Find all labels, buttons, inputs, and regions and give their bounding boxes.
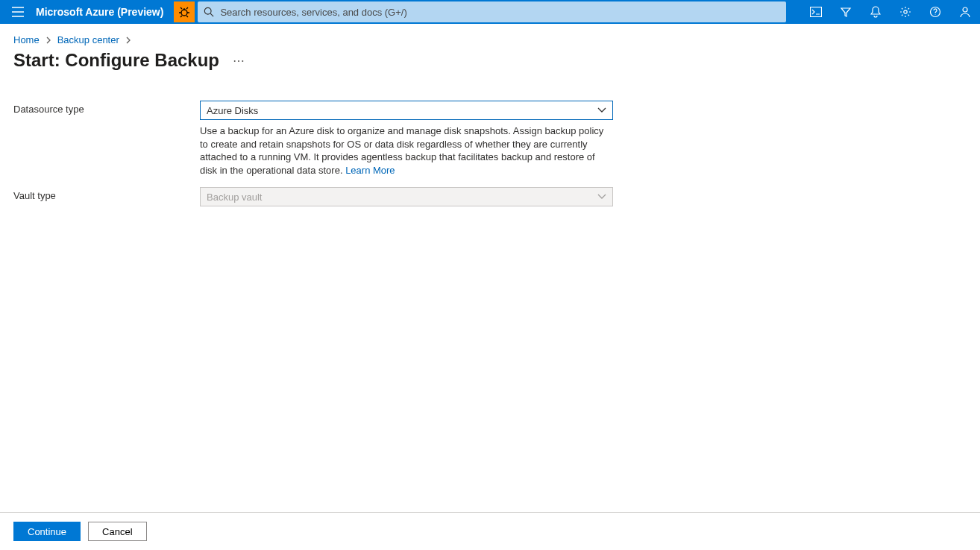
breadcrumb: Home Backup center (13, 34, 967, 45)
vault-type-value: Backup vault (207, 192, 262, 203)
datasource-row: Datasource type Azure Disks Use a backup… (13, 101, 967, 177)
settings-button[interactable] (891, 0, 920, 24)
page-title-row: Start: Configure Backup ⋯ (13, 50, 967, 71)
breadcrumb-home[interactable]: Home (13, 34, 40, 45)
chevron-right-icon (125, 37, 131, 44)
learn-more-link[interactable]: Learn More (345, 165, 395, 176)
datasource-label: Datasource type (13, 101, 200, 115)
help-icon (929, 6, 941, 18)
breadcrumb-backup-center[interactable]: Backup center (57, 34, 119, 45)
feedback-button[interactable] (950, 0, 980, 24)
svg-rect-2 (811, 7, 822, 17)
hamburger-icon (12, 7, 24, 17)
page-body: Home Backup center Start: Configure Back… (0, 24, 980, 512)
continue-button[interactable]: Continue (13, 522, 81, 541)
datasource-description: Use a backup for an Azure disk to organi… (200, 124, 613, 177)
vault-label: Vault type (13, 187, 200, 201)
notifications-button[interactable] (861, 0, 891, 24)
brand-title: Microsoft Azure (Preview) (36, 6, 171, 18)
page-title: Start: Configure Backup (13, 50, 219, 71)
cancel-button[interactable]: Cancel (88, 522, 146, 541)
filter-icon (840, 6, 852, 18)
more-actions-button[interactable]: ⋯ (233, 54, 245, 68)
cloud-shell-icon (810, 7, 822, 17)
svg-point-1 (205, 7, 212, 14)
help-button[interactable] (920, 0, 950, 24)
bell-icon (870, 6, 881, 18)
chevron-right-icon (45, 37, 51, 44)
global-search[interactable] (198, 1, 786, 22)
top-bar: Microsoft Azure (Preview) (0, 0, 980, 24)
vault-row: Vault type Backup vault (13, 187, 967, 206)
bug-icon (178, 6, 190, 18)
svg-point-5 (963, 7, 967, 12)
chevron-down-icon (597, 194, 606, 200)
vault-type-select: Backup vault (200, 187, 613, 206)
person-icon (960, 6, 970, 18)
report-bug-button[interactable] (174, 1, 195, 22)
gear-icon (899, 6, 911, 18)
hamburger-menu-button[interactable] (0, 0, 36, 24)
chevron-down-icon (597, 107, 606, 113)
search-icon (204, 7, 214, 17)
cloud-shell-button[interactable] (801, 0, 831, 24)
svg-point-3 (904, 10, 907, 13)
datasource-type-select[interactable]: Azure Disks (200, 101, 613, 120)
svg-point-0 (181, 10, 187, 16)
top-icon-bar (801, 0, 980, 24)
footer-bar: Continue Cancel (0, 512, 980, 550)
search-input[interactable] (214, 7, 780, 18)
directory-switch-button[interactable] (831, 0, 861, 24)
datasource-type-value: Azure Disks (207, 105, 258, 116)
